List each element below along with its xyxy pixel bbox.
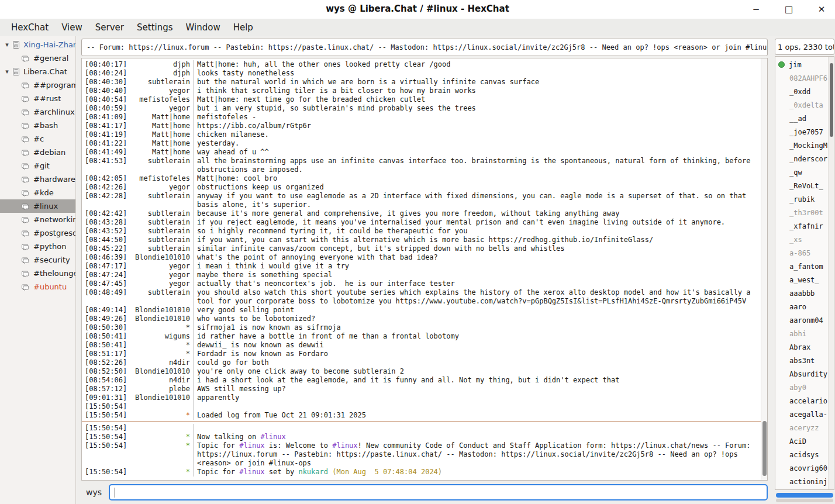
minimize-icon[interactable]: − [750, 0, 762, 19]
channel-row-archlinux[interactable]: #archlinux [0, 105, 75, 119]
chat-message: [08:51:17]*Fordadr is now known as Forda… [82, 350, 761, 358]
channel-row-general[interactable]: #general [0, 51, 75, 65]
user-row-a-865[interactable]: a-865 [775, 246, 828, 260]
chat-scrollbar-handle[interactable] [762, 421, 767, 476]
topic-bar[interactable]: -- Forum: https://linux.forum -- Pastebi… [81, 39, 768, 56]
server-row-xing-hai-zhan[interactable]: ▾Xing-Hai-Zhan [0, 38, 75, 51]
user-row--xfafnir[interactable]: _xfafnir [775, 219, 828, 233]
user-row--0xdelta[interactable]: _0xdelta [775, 98, 828, 112]
user-row-aaronm04[interactable]: aaronm04 [775, 313, 828, 327]
message-log[interactable]: [08:40:17]djphMatt|home: huh, all the ot… [82, 58, 761, 480]
userlist-scrollbar[interactable] [828, 57, 834, 489]
window-controls: − □ ✕ [750, 0, 828, 19]
channel-row-bash[interactable]: #bash [0, 119, 75, 132]
menu-view[interactable]: View [55, 20, 89, 34]
user-row-aceryzz[interactable]: aceryzz [775, 421, 828, 434]
user-row--revolt-[interactable]: _ReVoLt_ [775, 179, 828, 192]
user-nick: a_west_ [789, 276, 819, 284]
channel-row-rust[interactable]: ##rust [0, 92, 75, 105]
user-nick: accelario [789, 397, 827, 405]
channel-row-c[interactable]: #c [0, 132, 75, 146]
title-bar: wys @ Libera.Chat / #linux - HexChat − □… [0, 0, 835, 19]
user-nick: _0xdelta [789, 101, 823, 109]
user-row-actioninj[interactable]: actioninj [775, 475, 828, 488]
server-row-libera-chat[interactable]: ▾Libera.Chat [0, 65, 75, 78]
chat-message: [08:41:53]subtlerainall the brainstormin… [82, 157, 761, 174]
userlist-scrollbar-handle[interactable] [830, 63, 833, 137]
user-row-abrax[interactable]: Abrax [775, 340, 828, 354]
channel-row-hardware[interactable]: #hardware [0, 172, 75, 186]
nick: wigums [129, 332, 193, 341]
nick: Matt|home [129, 148, 193, 157]
channel-row-git[interactable]: #git [0, 159, 75, 172]
user-row--rubik[interactable]: _rubik [775, 192, 828, 206]
nick: subtlerain [129, 78, 193, 87]
user-row-abs3nt[interactable]: abs3nt [775, 354, 828, 367]
user-nick: Absurdity [789, 370, 827, 378]
user-row-a-west-[interactable]: a_west_ [775, 273, 828, 286]
user-row-acovrig60[interactable]: acovrig60 [775, 461, 828, 475]
close-icon[interactable]: ✕ [815, 0, 828, 19]
user-row--ad[interactable]: __ad [775, 112, 828, 125]
user-row-082aahpf6[interactable]: 082AAHPF6 [775, 71, 828, 85]
menu-help[interactable]: Help [227, 20, 260, 34]
menu-server[interactable]: Server [89, 20, 130, 34]
user-list[interactable]: jim082AAHPF6_0xdd_0xdelta__ad_joe7057_Mo… [775, 58, 828, 489]
channel-row-debian[interactable]: #debian [0, 146, 75, 159]
message-text: very good selling point [193, 306, 761, 315]
user-row--0xdd[interactable]: _0xdd [775, 85, 828, 98]
channel-row-ubuntu[interactable]: #ubuntu [0, 280, 75, 294]
menu-hexchat[interactable]: HexChat [5, 20, 55, 34]
user-row-aaabbb[interactable]: aaabbb [775, 286, 828, 300]
message-text: Now talking on #linux [193, 433, 761, 441]
message-text: mefistofeles - [193, 113, 761, 122]
nick: yegor [129, 271, 193, 279]
user-row-jim[interactable]: jim [775, 58, 828, 71]
channel-row-python[interactable]: #python [0, 240, 75, 253]
tree-label: #debian [33, 148, 65, 157]
channel-row-linux[interactable]: #linux [0, 199, 75, 213]
channel-row-kde[interactable]: #kde [0, 186, 75, 199]
user-row-aby0[interactable]: aby0 [775, 381, 828, 394]
timestamp: [08:50:30] [82, 323, 129, 332]
user-row-aaro[interactable]: aaro [775, 300, 828, 313]
right-splitter[interactable] [770, 36, 774, 504]
user-row-acid[interactable]: AciD [775, 434, 828, 448]
user-row--xs[interactable]: _xs [775, 233, 828, 246]
expander-icon[interactable]: ▾ [2, 41, 12, 49]
timestamp: [08:47:17] [82, 262, 129, 271]
user-row-acidsys[interactable]: acidsys [775, 448, 828, 461]
message-input[interactable] [109, 484, 768, 500]
channel-row-networking[interactable]: #networking [0, 213, 75, 226]
user-nick: acidsys [789, 451, 819, 459]
expander-icon[interactable]: ▾ [2, 68, 12, 75]
chat-message: [08:50:41]wigumsid rather have a bottle … [82, 332, 761, 341]
channel-row-security[interactable]: #security [0, 253, 75, 267]
menu-settings[interactable]: Settings [130, 20, 180, 34]
user-row-accelario[interactable]: accelario [775, 394, 828, 408]
tree-label: #linux [33, 202, 58, 210]
user-row-a-fantom[interactable]: a_fantom [775, 260, 828, 273]
chat-scrollbar[interactable] [761, 58, 767, 480]
nick: subtlerain [129, 192, 193, 201]
nick: djph [129, 60, 193, 69]
user-row-absurdity[interactable]: Absurdity [775, 367, 828, 381]
menu-window[interactable]: Window [180, 20, 227, 34]
user-nick: abs3nt [789, 357, 815, 365]
user-row-abhi[interactable]: abhi [775, 327, 828, 340]
nick: Matt|home [129, 130, 193, 139]
user-row--mockingm[interactable]: _MockingM [775, 139, 828, 152]
left-splitter[interactable] [76, 36, 80, 504]
user-row-acegalla-[interactable]: acegalla- [775, 408, 828, 421]
timestamp: [08:54:06] [82, 376, 129, 385]
channel-row-thelounge[interactable]: #thelounge [0, 267, 75, 280]
maximize-icon[interactable]: □ [782, 0, 795, 19]
user-row--th3r00t[interactable]: _th3r00t [775, 206, 828, 219]
user-row--joe7057[interactable]: _joe7057 [775, 125, 828, 139]
message-text: Loaded log from Tue Oct 21 09:01:31 2025 [193, 411, 761, 420]
nick: * [129, 323, 193, 332]
channel-row-postgresql[interactable]: #postgresql [0, 226, 75, 240]
channel-row-programming[interactable]: ##programming [0, 78, 75, 92]
user-row--nderscor[interactable]: _nderscor [775, 152, 828, 165]
user-row--qw[interactable]: _qw [775, 165, 828, 179]
